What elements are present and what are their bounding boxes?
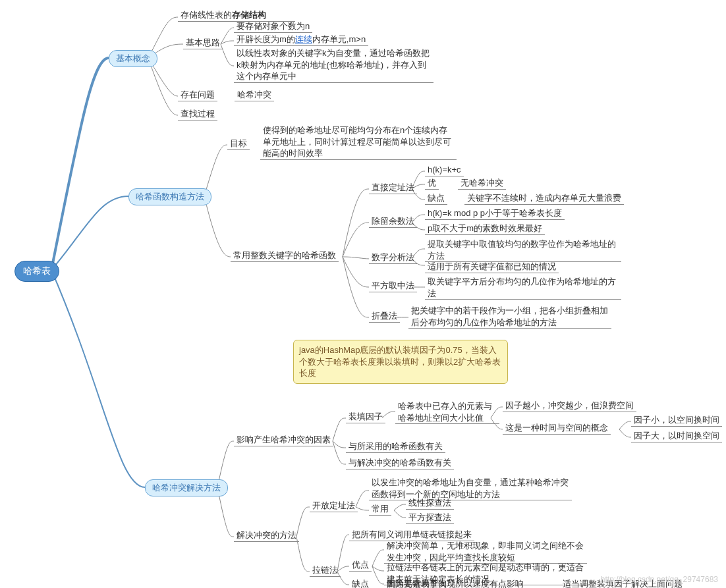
node-collision-factors[interactable]: 影响产生哈希冲突的因素	[234, 434, 333, 446]
node-hash-func-methods[interactable]: 哈希函数构造方法	[128, 188, 211, 205]
leaf-open-def: 以发生冲突的哈希地址为自变量，通过某种哈希冲突函数得到一个新的空闲地址的方法	[369, 477, 572, 500]
leaf-goal-text: 使得到的哈希地址尽可能均匀分布在n个连续内存单元地址上，同时计算过程尽可能简单以…	[260, 124, 457, 160]
node-collision-solve[interactable]: 哈希冲突解决方法	[145, 479, 228, 496]
leaf-chain-def: 把所有同义词用单链表链接起来	[349, 529, 474, 541]
leaf-mod-prime: p取不大于m的素数时效果最好	[425, 223, 545, 235]
leaf-solvefunc-related: 与解决冲突的哈希函数有关	[346, 457, 454, 469]
leaf-m-contiguous: 开辟长度为m的连续内存单元,m>n	[234, 34, 368, 46]
leaf-chain-pro1: 解决冲突简单，无堆积现象，即非同义词之间绝不会发生冲突，因此平均查找长度较短	[384, 540, 587, 564]
leaf-chain-con1: 因为要链表查询，所以速度有点影响	[384, 578, 526, 588]
leaf-hash-collision: 哈希冲突	[235, 89, 274, 101]
leaf-storage-struct: 存储线性表的存储结构	[178, 9, 295, 22]
node-fold[interactable]: 折叠法	[369, 310, 400, 323]
node-goal[interactable]: 目标	[227, 138, 250, 150]
node-digit-analysis[interactable]: 数字分析法	[369, 252, 417, 264]
node-search-process[interactable]: 查找过程	[178, 108, 217, 120]
node-chain-cons: 缺点	[349, 578, 372, 588]
node-basic-idea[interactable]: 基本思路	[183, 37, 223, 49]
leaf-time-space: 这是一种时间与空间的概念	[503, 422, 611, 435]
node-common-int-hash[interactable]: 常用整数关键字的哈希函数	[231, 250, 339, 262]
node-basic-concept[interactable]: 基本概念	[109, 50, 157, 67]
leaf-square-mid: 取关键字平方后分布均匀的几位作为哈希地址的方法	[425, 276, 621, 300]
leaf-linear-probe: 线性探查法	[406, 497, 454, 510]
watermark: http://blog.csdn.net/qq_29747683	[601, 575, 718, 584]
node-direct-addr[interactable]: 直接定址法	[369, 182, 417, 194]
node-chain-pros: 优点	[349, 559, 372, 572]
leaf-fold: 把关键字中的若干段作为一小组，把各小组折叠相加后分布均匀的几位作为哈希地址的方法	[408, 305, 611, 329]
leaf-factor-small: 因子越小，冲突越少，但浪费空间	[503, 400, 636, 412]
leaf-n-objects: 要存储对象个数为n	[234, 20, 312, 33]
leaf-hashfunc-related: 与所采用的哈希函数有关	[346, 441, 445, 453]
leaf-space-time1: 因子小，以空间换时间	[631, 414, 722, 427]
node-con: 缺点	[425, 192, 447, 205]
node-open-addr[interactable]: 开放定址法	[310, 500, 358, 512]
leaf-square-probe: 平方探查法	[406, 512, 454, 524]
node-square-mid[interactable]: 平方取中法	[369, 280, 417, 292]
node-mod[interactable]: 除留余数法	[369, 215, 417, 228]
leaf-space-time2: 因子大，以时间换空间	[631, 430, 722, 442]
node-pro: 优	[425, 177, 439, 190]
leaf-mod-formula: h(k)=k mod p p小于等于哈希表长度	[425, 207, 565, 220]
leaf-digit2: 适用于所有关键字值都已知的情况	[425, 261, 559, 273]
leaf-load-def: 哈希表中已存入的元素与哈希地址空间大小比值	[395, 400, 499, 424]
node-common-use: 常用	[369, 503, 391, 516]
node-problem[interactable]: 存在问题	[178, 89, 217, 101]
note-hashmap: java的HashMap底层的默认装填因子为0.75，当装入个数大于哈希表长度乘…	[293, 340, 508, 384]
root-node[interactable]: 哈希表	[14, 261, 59, 282]
node-solve-methods[interactable]: 解决冲突的方法	[234, 529, 299, 542]
node-load-factor[interactable]: 装填因子	[346, 411, 385, 423]
leaf-waste: 关键字不连续时，造成内存单元大量浪费	[464, 192, 624, 205]
leaf-digit1: 提取关键字中取值较均匀的数字位作为哈希地址的方法	[425, 238, 621, 262]
leaf-hash-mapping: 以线性表对象的关键字k为自变量，通过哈希函数把k映射为内存单元的地址(也称哈希地…	[234, 47, 433, 83]
node-chaining[interactable]: 拉链法	[310, 564, 341, 577]
leaf-no-collision: 无哈希冲突	[458, 177, 506, 190]
leaf-hkc: h(k)=k+c	[425, 164, 464, 176]
